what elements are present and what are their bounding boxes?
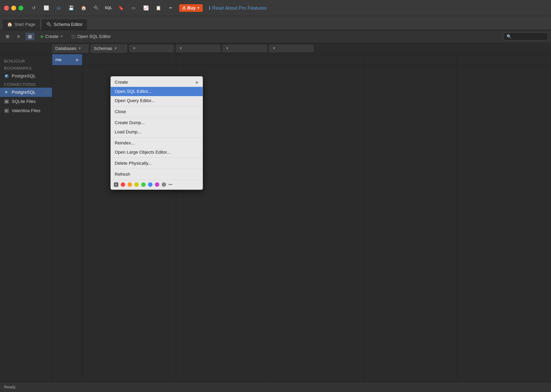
databases-dropdown[interactable]: Databases ▼ (52, 45, 88, 53)
col5-dropdown[interactable]: ▼ (223, 45, 267, 52)
ctx-sep-2 (111, 117, 203, 117)
dot-green[interactable] (141, 182, 146, 187)
sqlite-files-label: SQLite Files (12, 99, 36, 104)
pro-features-label: Read About Pro Features (212, 5, 267, 11)
postgresql-bookmark-icon: P (4, 73, 9, 79)
content-area: me ▶ Create (52, 54, 551, 382)
dot-orange[interactable] (128, 182, 132, 187)
sidebar-item-valentina-files[interactable]: VF Valentina Files (0, 106, 52, 115)
report-icon[interactable]: 📋 (154, 4, 163, 13)
tab-schema-editor-label: Schema Editor (54, 22, 83, 27)
table-icon[interactable]: ▭ (129, 4, 138, 13)
db-connect-icon[interactable]: 🔌 (92, 4, 101, 13)
ctx-open-large-objects[interactable]: Open Large Objects Editor... (111, 148, 203, 157)
dot-gray[interactable] (162, 182, 166, 187)
dot-red[interactable] (121, 182, 125, 187)
chart-icon[interactable]: 📈 (141, 4, 150, 13)
view-icon3[interactable]: ▦ (26, 33, 35, 40)
col5-arrow-icon: ▼ (225, 46, 229, 50)
col4-arrow-icon: ▼ (179, 46, 183, 50)
valentina-files-label: Valentina Files (12, 108, 40, 113)
buy-button[interactable]: ⚠ Buy ▼ (179, 4, 203, 12)
ctx-close[interactable]: Close (111, 107, 203, 116)
search-box[interactable]: 🔍 (504, 33, 548, 40)
connections-section: Connections (0, 81, 52, 88)
ctx-sep-3 (111, 137, 203, 138)
ctx-create[interactable]: Create ▶ (111, 78, 203, 87)
col4-dropdown[interactable]: ▼ (176, 45, 220, 52)
save-icon[interactable]: 💾 (67, 4, 76, 13)
dot-blue[interactable] (148, 182, 152, 187)
col6-arrow-icon: ▼ (272, 46, 276, 50)
secondary-toolbar: ⊞ ≡ ▦ ⊕ Create ▼ ⬛ Open SQL Editor 🔍 (0, 30, 551, 43)
info-icon: ℹ (209, 5, 210, 11)
folder-icon[interactable]: 🗂 (54, 4, 63, 13)
context-menu: Create ▶ Open SQL Editor... Open Query E… (110, 76, 203, 190)
traffic-lights (4, 6, 23, 10)
databases-label: Databases (55, 46, 76, 51)
tab-start-page-label: Start Page (14, 22, 35, 27)
create-label: Create (45, 34, 58, 39)
svg-text:VF: VF (5, 110, 8, 112)
postgresql-conn-icon: P (4, 90, 9, 95)
ctx-refresh[interactable]: Refresh (111, 170, 203, 179)
ctx-create-label: Create (115, 80, 128, 85)
ctx-reindex-label: Reindex... (115, 140, 135, 146)
sidebar-item-postgresql-bookmark[interactable]: P PostgreSQL (0, 71, 52, 81)
sidebar-item-postgresql-conn[interactable]: P PostgreSQL ▲ (0, 88, 52, 97)
new-doc-icon[interactable]: ⬜ (42, 4, 51, 13)
tab-schema-editor[interactable]: 🔌 Schema Editor (41, 19, 87, 30)
ctx-create-dump[interactable]: Create Dump... (111, 118, 203, 127)
dot-more-icon[interactable]: ••• (168, 182, 172, 187)
svg-text:P: P (5, 91, 7, 94)
pro-features-link[interactable]: ℹ Read About Pro Features (209, 5, 267, 11)
view-icon2[interactable]: ≡ (15, 33, 22, 40)
bookmark-icon[interactable]: 🔖 (116, 4, 125, 13)
ctx-load-dump[interactable]: Load Dump... (111, 127, 203, 137)
ctx-delete-physically[interactable]: Delete Physically... (111, 159, 203, 168)
pen-icon[interactable]: ✒ (166, 4, 175, 13)
dot-yellow[interactable] (134, 182, 139, 187)
titlebar: ↺ ⬜ 🗂 💾 🏠 🔌 SQL 🔖 ▭ 📈 📋 ✒ ⚠ Buy ▼ ℹ Read… (0, 0, 551, 16)
ctx-delete-physically-label: Delete Physically... (115, 161, 152, 166)
view-icon1[interactable]: ⊞ (3, 33, 12, 40)
ctx-open-large-objects-label: Open Large Objects Editor... (115, 150, 171, 155)
main-layout: Bonjour Bookmarks P PostgreSQL Connectio… (0, 54, 551, 382)
plus-icon: ⊕ (40, 34, 44, 39)
search-icon: 🔍 (507, 34, 512, 39)
ctx-reindex[interactable]: Reindex... (111, 138, 203, 148)
col3-arrow-icon: ▼ (132, 46, 136, 50)
ctx-open-query-editor[interactable]: Open Query Editor... (111, 96, 203, 105)
postgresql-bookmark-label: PostgreSQL (12, 73, 36, 79)
buy-label: Buy (187, 5, 196, 11)
ctx-sep-4 (111, 158, 203, 158)
ctx-create-dump-label: Create Dump... (115, 120, 145, 125)
ctx-open-query-editor-label: Open Query Editor... (115, 98, 155, 103)
ctx-open-sql-editor[interactable]: Open SQL Editor... (111, 87, 203, 96)
databases-arrow-icon: ▼ (78, 46, 81, 50)
tab-start-page[interactable]: 🏠 Start Page (2, 19, 40, 30)
statusbar: Ready (0, 382, 551, 392)
sql-icon[interactable]: SQL (104, 4, 113, 13)
maximize-button[interactable] (18, 6, 23, 10)
schemas-dropdown[interactable]: Schemas ▼ (91, 45, 127, 53)
ctx-refresh-label: Refresh (115, 172, 130, 177)
col3-dropdown[interactable]: ▼ (129, 45, 174, 52)
dot-clear[interactable]: ✕ (114, 182, 118, 187)
create-dropdown-icon: ▼ (60, 35, 63, 38)
status-text: Ready (4, 385, 16, 389)
start-page-icon: 🏠 (7, 22, 13, 27)
ctx-open-sql-editor-label: Open SQL Editor... (115, 89, 152, 94)
home-icon[interactable]: 🏠 (79, 4, 88, 13)
dot-purple[interactable] (155, 182, 159, 187)
open-sql-editor-button[interactable]: ⬛ Open SQL Editor (69, 33, 113, 40)
minimize-button[interactable] (11, 6, 16, 10)
sidebar-item-sqlite-files[interactable]: DB SQLite Files (0, 97, 52, 106)
col6-dropdown[interactable]: ▼ (269, 45, 313, 52)
sqlite-files-icon: DB (4, 99, 9, 104)
create-button[interactable]: ⊕ Create ▼ (38, 33, 66, 40)
back-icon[interactable]: ↺ (29, 4, 38, 13)
close-button[interactable] (4, 6, 9, 10)
ctx-sep-5 (111, 169, 203, 169)
buy-icon: ⚠ (182, 5, 186, 11)
